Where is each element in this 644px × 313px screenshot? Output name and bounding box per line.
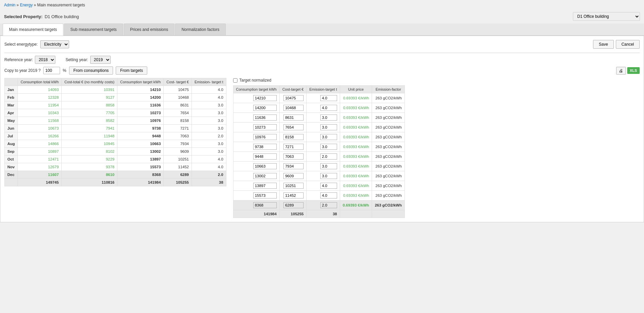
rt-cost-input[interactable] [283,192,304,198]
right-table-row: 0.69393 €/kWh 263 gCO2/kWh [233,162,405,171]
rt-cost-input[interactable] [283,163,304,169]
target-normalized-checkbox[interactable] [233,78,237,83]
rt-emission-target-cell [307,103,340,113]
cost-total-cell: 8610 [62,171,117,179]
rt-emission-factor-cell: 263 gCO2/kWh [372,103,405,113]
rt-emission-input[interactable] [320,173,337,179]
rt-consumption-target-cell [233,181,279,191]
cost-target-cell: 6289 [164,171,192,179]
rt-consumption-input[interactable] [253,192,277,198]
consumption-target-cell: 11636 [117,101,164,109]
rt-unit-price-cell: 0.69393 €/kWh [340,200,372,210]
selected-property-value: D1 Office building [45,14,79,19]
rt-emission-input[interactable] [320,163,337,169]
rt-emission-input[interactable] [320,192,337,198]
main-area: Consumption total kWh Cost-total € (no m… [4,78,640,218]
rt-emission-input[interactable] [320,95,337,101]
rt-consumption-input[interactable] [253,115,277,121]
total-month-cell [5,179,18,186]
rt-cost-input[interactable] [283,144,304,150]
rt-cost-input[interactable] [283,115,304,121]
rt-consumption-input[interactable] [253,173,277,179]
rt-unit-price-cell: 0.69393 €/kWh [340,152,372,162]
consumption-target-cell: 13897 [117,155,164,163]
emission-target-cell: 3.0 [192,148,226,155]
rt-emission-input[interactable] [320,134,337,140]
consumption-cell: 16266 [18,132,62,140]
rt-cost-input[interactable] [283,134,304,140]
month-cell: Feb [5,94,18,101]
left-table: Consumption total kWh Cost-total € (no m… [4,78,226,186]
consumption-target-cell: 15573 [117,163,164,171]
rt-cost-input[interactable] [283,124,304,130]
rt-consumption-input[interactable] [253,105,277,111]
rt-cost-input[interactable] [283,95,304,101]
cost-total-cell: 9229 [62,155,117,163]
rt-cost-input[interactable] [283,105,304,111]
rt-consumption-target-cell [233,200,279,210]
property-select[interactable]: D1 Office building [573,12,640,21]
total-consumption-target-cell: 141984 [117,179,164,186]
rt-cost-input[interactable] [283,173,304,179]
col-consumption-target-header: Consumption target kWh [117,78,164,86]
emission-target-cell: 2.0 [192,132,226,140]
month-cell: Sep [5,148,18,155]
rt-cost-input[interactable] [283,183,304,189]
rt-emission-input[interactable] [320,144,337,150]
rt-consumption-input[interactable] [253,144,277,150]
rt-consumption-input[interactable] [253,134,277,140]
rt-cost-target-cell [279,142,307,152]
tab-prices[interactable]: Prices and emissions [124,24,174,35]
rt-emission-input[interactable] [320,115,337,121]
setting-year-select[interactable]: 2017201820192020 [90,56,111,64]
rt-cost-input[interactable] [283,153,304,160]
right-section: Target normalized Consumption target kWh… [233,78,640,218]
rt-cost-input[interactable] [283,202,304,208]
right-table: Consumption target kWh Cost-target € Emi… [233,85,405,218]
rt-consumption-input[interactable] [253,153,277,160]
save-button[interactable]: Save [593,40,613,49]
tab-normalization[interactable]: Normalization factors [175,24,226,35]
right-table-row: 0.69393 €/kWh 263 gCO2/kWh [233,200,405,210]
right-table-row: 0.69393 €/kWh 263 gCO2/kWh [233,152,405,162]
rt-consumption-input[interactable] [253,183,277,189]
consumption-target-cell: 10663 [117,140,164,148]
rt-consumption-input[interactable] [253,95,277,101]
right-table-row: 0.69393 €/kWh 263 gCO2/kWh [233,132,405,142]
rt-emission-input[interactable] [320,105,337,111]
print-button[interactable]: 🖨 [616,67,626,75]
rt-consumption-input[interactable] [253,124,277,130]
consumption-target-cell: 9738 [117,125,164,132]
xls-button[interactable]: XLS [627,67,640,74]
right-table-totals-row: 141984 105255 38 [233,210,405,218]
rt-col-consumption-header: Consumption target kWh [233,86,279,93]
breadcrumb-energy[interactable]: Energy [20,3,33,7]
rt-consumption-target-cell [233,113,279,123]
consumption-target-cell: 13002 [117,148,164,155]
rt-consumption-input[interactable] [253,163,277,169]
rt-unit-price-cell: 0.69393 €/kWh [340,123,372,132]
rt-consumption-input[interactable] [253,202,277,208]
energy-type-select[interactable]: Electricity Heat Gas Water [40,40,69,48]
from-consumptions-button[interactable]: From consumptions [69,66,113,75]
rt-consumption-target-cell [233,152,279,162]
consumption-cell: 12471 [18,155,62,163]
rt-consumption-target-cell [233,93,279,103]
emission-target-cell: 4.0 [192,94,226,101]
rt-consumption-target-cell [233,103,279,113]
copy-percent-input[interactable] [43,67,60,74]
breadcrumb-admin[interactable]: Admin [4,3,15,7]
rt-emission-input[interactable] [320,202,337,208]
rt-emission-input[interactable] [320,153,337,160]
rt-emission-input[interactable] [320,183,337,189]
rt-emission-input[interactable] [320,124,337,130]
reference-year-select[interactable]: 20162017201820192020 [35,56,55,64]
from-targets-button[interactable]: From targets [116,66,147,75]
setting-year-label: Setting year: [65,57,88,62]
consumption-cell: 10897 [18,148,62,155]
tab-main[interactable]: Main measurement targets [3,24,63,36]
cancel-button[interactable]: Cancel [616,40,640,49]
tab-sub[interactable]: Sub measurement targets [64,24,123,35]
copy-row: Copy to year 2019 ? % From consumptions … [4,66,640,75]
rt-unit-price-cell: 0.69393 €/kWh [340,142,372,152]
